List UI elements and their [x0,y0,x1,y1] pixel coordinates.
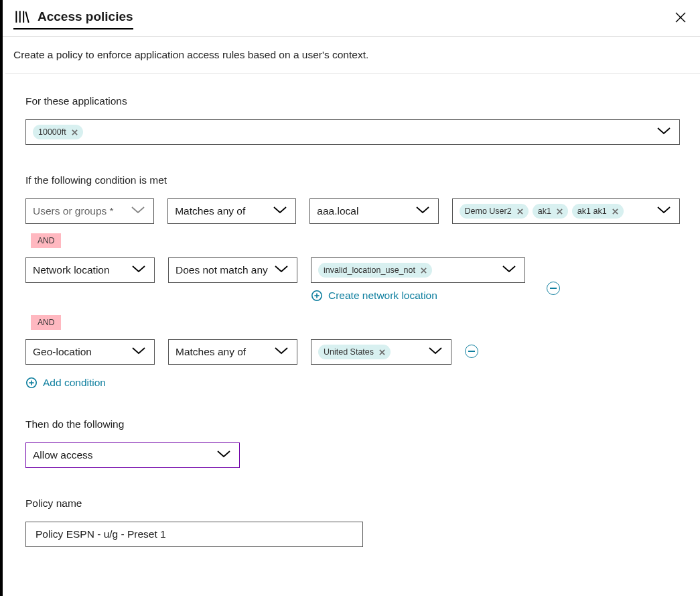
chevron-down-icon [655,126,673,138]
cond2-remove-button[interactable] [547,282,560,295]
tag-remove[interactable] [557,208,563,215]
cond3-operator: Matches any of [176,346,246,358]
cond3-values-select[interactable]: United States [311,339,451,365]
cond3-tag: United States [318,345,391,359]
cond1-operator-select[interactable]: Matches any of [167,198,296,224]
tag-remove[interactable] [421,267,427,274]
cond1-values-select[interactable]: Demo User2 ak1 ak1 ak1 [452,198,680,224]
chevron-down-icon [500,264,518,276]
svg-line-3 [25,11,28,22]
page-subtitle: Create a policy to enforce application a… [3,37,700,73]
cond1-subject-placeholder: Users or groups * [33,205,114,217]
cond1-tag: ak1 [533,204,568,219]
library-icon [13,8,31,25]
cond2-operator-select[interactable]: Does not match any [168,257,297,283]
cond1-domain: aaa.local [317,205,358,217]
applications-label: For these applications [25,95,680,107]
chevron-down-icon [427,346,444,358]
cond2-tag: invalid_location_use_not [318,263,432,278]
minus-icon [550,288,557,289]
cond2-subject: Network location [33,264,110,276]
chevron-down-icon [273,264,290,276]
cond3-remove-button[interactable] [465,345,478,358]
dialog-header: Access policies [3,0,700,37]
close-icon [675,11,687,23]
cond1-tag: ak1 ak1 [572,204,624,219]
policy-name-input[interactable]: Policy ESPN - u/g - Preset 1 [25,522,363,547]
cond2-values-select[interactable]: invalid_location_use_not [311,257,525,283]
action-label: Then do the following [25,418,680,430]
plus-circle-icon [311,290,323,302]
cond2-subject-select[interactable]: Network location [25,257,155,283]
policy-name-label: Policy name [25,497,680,510]
action-value: Allow access [33,449,93,461]
chevron-down-icon [130,264,147,276]
applications-select[interactable]: 10000ft [25,119,680,145]
create-network-location-link[interactable]: Create network location [311,290,525,302]
tag-remove[interactable] [379,349,385,355]
plus-circle-icon [25,377,38,389]
minus-icon [468,351,475,352]
tag-remove[interactable] [612,208,618,215]
chevron-down-icon [655,205,673,217]
close-button[interactable] [672,9,689,29]
chevron-down-icon [271,205,289,217]
app-tag-remove[interactable] [72,129,78,135]
policy-name-value: Policy ESPN - u/g - Preset 1 [36,528,166,540]
app-tag-label: 10000ft [38,127,66,137]
cond3-operator-select[interactable]: Matches any of [168,339,297,365]
chevron-down-icon [129,205,147,217]
chevron-down-icon [273,346,290,358]
cond1-subject-select[interactable]: Users or groups * [25,198,154,224]
cond3-subject: Geo-location [33,346,92,358]
cond2-operator: Does not match any [176,264,268,276]
chevron-down-icon [414,205,431,217]
and-badge: AND [31,315,61,330]
page-title: Access policies [38,9,133,24]
app-tag: 10000ft [33,125,83,139]
cond3-subject-select[interactable]: Geo-location [25,339,155,365]
cond1-operator: Matches any of [175,205,245,217]
cond1-domain-select[interactable]: aaa.local [309,198,438,224]
chevron-down-icon [215,449,232,461]
tag-remove[interactable] [517,208,523,215]
chevron-down-icon [130,346,147,358]
cond1-tag: Demo User2 [460,204,529,219]
and-badge: AND [31,233,61,248]
add-condition-link[interactable]: Add condition [25,377,680,389]
condition-header: If the following condition is met [25,174,680,186]
action-select[interactable]: Allow access [25,442,240,468]
